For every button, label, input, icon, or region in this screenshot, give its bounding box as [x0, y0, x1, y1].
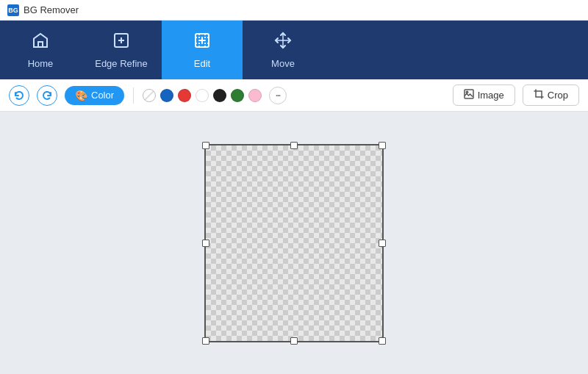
swatch-green[interactable] [231, 89, 244, 102]
swatch-black[interactable] [213, 89, 226, 102]
crop-handle-bot-right[interactable] [379, 337, 386, 345]
crop-handle-top-mid[interactable] [290, 142, 298, 149]
home-icon [32, 32, 49, 54]
crop-handle-bot-left[interactable] [202, 337, 209, 345]
crop-btn-label: Crop [548, 90, 568, 101]
color-palette-icon: 🎨 [75, 90, 87, 101]
app-icon: BG [7, 4, 19, 16]
crop-handle-top-left[interactable] [202, 142, 209, 149]
swatch-white[interactable] [196, 89, 209, 102]
swatch-transparent[interactable] [143, 89, 156, 102]
image-icon [464, 89, 474, 101]
nav-label-edit: Edit [194, 58, 210, 69]
nav-item-edge-refine[interactable]: Edge Refine [81, 21, 162, 79]
svg-point-4 [466, 91, 467, 93]
nav-label-home: Home [28, 58, 54, 69]
nav-item-home[interactable]: Home [0, 21, 81, 79]
image-button[interactable]: Image [453, 84, 515, 106]
edit-icon [193, 32, 211, 54]
color-tab-button[interactable]: 🎨 Color [65, 86, 124, 105]
transparency-bg [206, 145, 382, 341]
svg-rect-0 [38, 42, 43, 47]
navbar: Home Edge Refine Edit Move [0, 21, 588, 79]
swatch-pink[interactable] [248, 89, 262, 102]
titlebar: BG BG Remover [0, 0, 588, 21]
crop-handle-mid-right[interactable] [379, 240, 386, 247]
toolbar-divider-1 [133, 87, 134, 104]
more-icon: ··· [276, 91, 280, 100]
toolbar: 🎨 Color ··· Image Crop [0, 79, 588, 112]
nav-label-move: Move [271, 58, 295, 69]
nav-item-edit[interactable]: Edit [162, 21, 243, 79]
crop-icon [534, 89, 544, 101]
swatch-red[interactable] [178, 89, 191, 102]
nav-label-edge-refine: Edge Refine [95, 58, 148, 69]
crop-handle-top-right[interactable] [379, 142, 386, 149]
nav-item-move[interactable]: Move [243, 21, 323, 79]
color-tab-label: Color [91, 90, 114, 101]
image-btn-label: Image [478, 90, 504, 101]
edge-refine-icon [112, 32, 130, 54]
app-title: BG Remover [24, 4, 79, 15]
color-swatches [143, 89, 262, 102]
swatch-blue[interactable] [160, 89, 173, 102]
undo-button[interactable] [9, 85, 29, 106]
canvas-area: iStock [0, 112, 588, 374]
crop-handle-bot-mid[interactable] [290, 337, 298, 345]
crop-selection-box[interactable]: iStock [204, 144, 384, 342]
more-colors-button[interactable]: ··· [269, 87, 287, 104]
redo-button[interactable] [37, 85, 57, 106]
move-icon [274, 32, 292, 54]
crop-handle-mid-left[interactable] [202, 240, 209, 247]
crop-button[interactable]: Crop [523, 84, 579, 106]
